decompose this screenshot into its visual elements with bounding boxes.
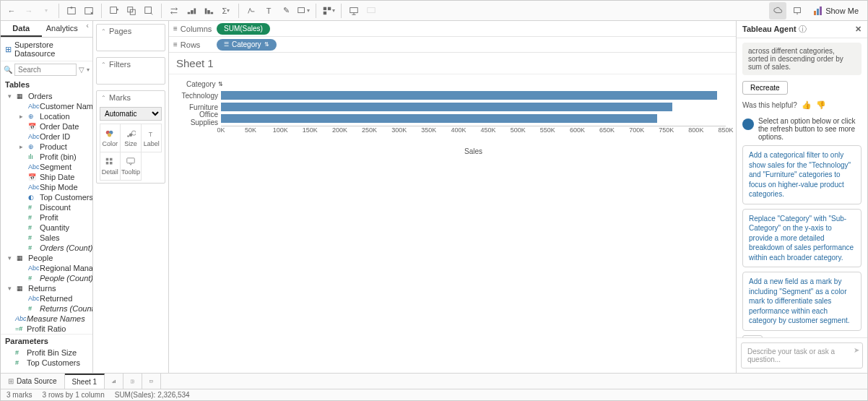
thumbs-down-button[interactable]: 👎 (816, 100, 826, 110)
show-me-button[interactable]: Show Me (808, 7, 864, 15)
data-source-tab[interactable]: ⊞Data Source (1, 374, 65, 389)
tab-analytics[interactable]: Analytics (42, 21, 83, 37)
category-header[interactable]: Category⇅ (186, 80, 726, 88)
pause-button[interactable] (81, 3, 97, 19)
field-returns-0[interactable]: AbcReturned (1, 293, 92, 303)
svg-rect-7 (191, 10, 194, 14)
tableau-agent-panel: Tableau Agent ⓘ ✕ across different categ… (736, 21, 867, 373)
field-orders-5[interactable]: ılıProfit (bin) (1, 152, 92, 162)
presentation-button[interactable] (346, 3, 362, 19)
pages-shelf[interactable]: ⌃Pages (96, 24, 165, 51)
thumbs-up-button[interactable]: 👍 (802, 100, 812, 110)
agent-input[interactable]: Describe your task or ask a question... … (741, 342, 863, 368)
svg-rect-19 (814, 11, 816, 15)
columns-pill-sales[interactable]: SUM(Sales) (217, 23, 270, 35)
new-worksheet-button[interactable] (106, 3, 122, 19)
bar[interactable] (221, 91, 717, 100)
send-icon[interactable]: ➤ (854, 346, 859, 354)
param-1[interactable]: #Top Customers (1, 358, 92, 368)
sort-asc-button[interactable] (183, 3, 199, 19)
datasource-row[interactable]: ⊞ Superstore Datasource (1, 38, 92, 61)
param-0[interactable]: #Profit Bin Size (1, 348, 92, 358)
filters-shelf[interactable]: ⌃Filters (96, 57, 165, 85)
marks-tooltip[interactable]: Tooltip (120, 152, 142, 181)
table-orders[interactable]: ▾▦Orders (1, 91, 92, 101)
share-button[interactable] (363, 3, 379, 19)
field-orders-11[interactable]: #Profit (1, 212, 92, 223)
fields-tree: ▾▦OrdersAbcCustomer Name▸⊕Location📅Order… (1, 91, 92, 373)
swap-button[interactable] (166, 3, 182, 19)
bar[interactable] (221, 114, 657, 123)
search-icon: 🔍 (4, 66, 12, 74)
undo-button[interactable]: ← (4, 3, 19, 19)
highlight-button[interactable] (243, 3, 259, 19)
sort-desc-button[interactable] (201, 3, 217, 19)
svg-rect-17 (368, 7, 376, 12)
table-returns[interactable]: ▾▦Returns (1, 283, 92, 293)
field-orders-14[interactable]: #Orders (Count) (1, 243, 92, 253)
axis-tick: 100K (273, 126, 288, 134)
format-button[interactable]: ✎ (278, 3, 294, 19)
rows-pill-category[interactable]: ☰Category⇅ (217, 39, 277, 51)
field-orders-4[interactable]: ▸⊕Product (1, 142, 92, 152)
sheet-1-tab[interactable]: Sheet 1 (65, 374, 105, 389)
marks-size[interactable]: Size (120, 124, 142, 152)
new-datasource-button[interactable] (64, 3, 79, 19)
svg-rect-21 (820, 7, 822, 15)
marks-detail[interactable]: Detail (100, 152, 121, 181)
field-loose-1[interactable]: =#Profit Ratio (1, 324, 92, 334)
new-dashboard-tab[interactable] (123, 374, 142, 389)
suggestion-2[interactable]: Add a new field as a mark by including "… (742, 272, 862, 331)
field-orders-0[interactable]: AbcCustomer Name (1, 101, 92, 111)
new-story-tab[interactable] (142, 374, 161, 389)
field-orders-2[interactable]: 📅Order Date (1, 121, 92, 131)
svg-rect-30 (110, 158, 113, 160)
new-worksheet-tab[interactable] (105, 374, 123, 389)
field-orders-10[interactable]: #Discount (1, 202, 92, 212)
marks-label[interactable]: TLabel (141, 124, 162, 152)
table-people[interactable]: ▾▦People (1, 253, 92, 263)
field-orders-6[interactable]: AbcSegment (1, 162, 92, 172)
field-orders-8[interactable]: AbcShip Mode (1, 182, 92, 192)
sheet-title[interactable]: Sheet 1 (169, 53, 736, 74)
recreate-button[interactable]: Recreate (742, 81, 788, 95)
suggestion-1[interactable]: Replace "Category" with "Sub-Category" o… (742, 209, 862, 268)
data-guide-button[interactable] (769, 2, 786, 20)
field-returns-1[interactable]: #Returns (Count) (1, 303, 92, 314)
totals-button[interactable]: Σ▾ (218, 3, 234, 19)
svg-rect-2 (110, 7, 117, 13)
explain-button[interactable] (789, 3, 805, 19)
field-people-1[interactable]: #People (Count) (1, 273, 92, 283)
field-loose-0[interactable]: AbcMeasure Names (1, 314, 92, 324)
bar[interactable] (221, 103, 672, 111)
field-people-0[interactable]: AbcRegional Manager (1, 263, 92, 273)
redo-button[interactable]: → (21, 3, 37, 19)
save-dropdown[interactable]: ▾ (38, 3, 54, 19)
fit-dropdown[interactable]: ▾ (295, 3, 311, 19)
tab-data[interactable]: Data (1, 21, 42, 37)
field-orders-13[interactable]: #Sales (1, 233, 92, 243)
info-icon[interactable]: ⓘ (799, 25, 807, 33)
clear-button[interactable] (141, 3, 157, 19)
show-cards-button[interactable]: ▾ (321, 3, 337, 19)
close-agent-button[interactable]: ✕ (855, 25, 862, 34)
field-orders-7[interactable]: 📅Ship Date (1, 172, 92, 182)
bar-row-1: Furniture (179, 101, 726, 113)
rows-shelf[interactable]: ≡Rows ☰Category⇅ (169, 37, 736, 53)
duplicate-button[interactable] (123, 3, 139, 19)
field-orders-9[interactable]: ◐Top Customers by P... (1, 192, 92, 202)
labels-button[interactable]: T (261, 3, 277, 19)
search-menu[interactable]: ▾ (87, 66, 90, 73)
svg-point-24 (108, 133, 111, 137)
field-orders-3[interactable]: AbcOrder ID (1, 131, 92, 142)
field-orders-12[interactable]: #Quantity (1, 223, 92, 233)
filter-icon[interactable]: ▽ (79, 66, 84, 74)
field-orders-1[interactable]: ▸⊕Location (1, 111, 92, 121)
columns-shelf[interactable]: ≡Columns SUM(Sales) (169, 21, 736, 37)
mark-type-select[interactable]: Automatic (100, 107, 162, 121)
agent-context: across different categories, sorted in d… (742, 43, 862, 75)
marks-color[interactable]: Color (100, 124, 121, 152)
suggestion-0[interactable]: Add a categorical filter to only show sa… (742, 145, 862, 204)
collapse-data-pane[interactable]: ‹ (82, 21, 92, 37)
search-input[interactable] (14, 64, 77, 76)
